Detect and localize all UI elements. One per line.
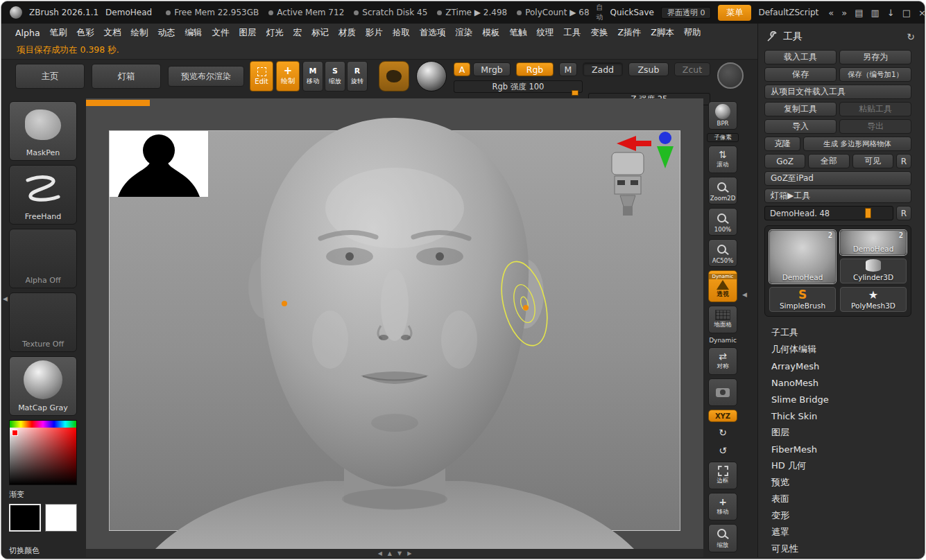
- menu-item[interactable]: 标记: [307, 25, 333, 41]
- saturation-value-square[interactable]: [10, 428, 76, 484]
- subpalette-header[interactable]: NanoMesh: [764, 374, 911, 391]
- subpalette-header[interactable]: Slime Bridge: [764, 391, 911, 408]
- menu-item[interactable]: 图层: [235, 25, 261, 41]
- bpr-render-button[interactable]: BPR: [708, 101, 737, 130]
- airbrush-toggle[interactable]: A: [454, 62, 470, 76]
- subpalette-header[interactable]: FiberMesh: [764, 441, 911, 457]
- simplebrush-thumb[interactable]: S SimpleBrush: [769, 287, 836, 312]
- zcut-toggle[interactable]: Zcut: [674, 62, 710, 76]
- menu-item[interactable]: Z脚本: [646, 25, 678, 41]
- menu-item[interactable]: 帮助: [680, 25, 705, 41]
- sculpt-canvas[interactable]: [86, 98, 703, 549]
- subpalette-header[interactable]: HD 几何: [764, 457, 911, 474]
- menu-item[interactable]: Alpha: [11, 26, 44, 40]
- color-picker[interactable]: [9, 420, 77, 485]
- scroll-left-icon[interactable]: ◀: [378, 550, 382, 557]
- import-button[interactable]: 导入: [764, 119, 837, 134]
- rgb-intensity-handle[interactable]: [572, 90, 578, 96]
- menu-item[interactable]: Z插件: [614, 25, 646, 41]
- active-tool-slider[interactable]: DemoHead. 48: [764, 206, 893, 220]
- menu-item[interactable]: 文档: [100, 25, 126, 41]
- scroll-right-icon[interactable]: ▶: [407, 550, 411, 557]
- current-texture-thumb[interactable]: Texture Off: [9, 292, 77, 352]
- xyz-rotation-button[interactable]: XYZ: [708, 410, 737, 422]
- paste-tool-button[interactable]: 粘贴工具: [839, 102, 911, 116]
- ui-next-icon[interactable]: »: [841, 8, 847, 18]
- goz-button[interactable]: GoZ: [764, 154, 805, 168]
- subpalette-header[interactable]: 可见性: [764, 541, 911, 557]
- load-from-project-button[interactable]: 从项目文件载入工具: [764, 85, 911, 99]
- menu-item[interactable]: 工具: [560, 25, 585, 41]
- main-color-swatch[interactable]: [9, 504, 41, 532]
- menu-item[interactable]: 编辑: [181, 25, 207, 41]
- current-alpha-thumb[interactable]: Alpha Off: [9, 229, 77, 288]
- rotate-mode-button[interactable]: R 旋转: [347, 61, 368, 91]
- switch-color-button[interactable]: 切换颜色: [9, 545, 77, 556]
- menu-item[interactable]: 首选项: [415, 25, 450, 41]
- zoom2d-button[interactable]: Zoom2D: [708, 177, 737, 204]
- ui-opacity-slider[interactable]: 界面透明 0: [661, 7, 712, 19]
- active-tool-thumb[interactable]: 2 DemoHead: [769, 230, 836, 283]
- copy-tool-button[interactable]: 复制工具: [764, 102, 837, 116]
- aahalf-button[interactable]: AC50%: [708, 239, 737, 267]
- menu-item[interactable]: 纹理: [533, 25, 558, 41]
- goz-visible-button[interactable]: 可见: [852, 154, 893, 168]
- menu-item[interactable]: 材质: [334, 25, 360, 41]
- minimize-icon[interactable]: ↓: [887, 8, 895, 18]
- subpalette-header[interactable]: 变形: [764, 507, 911, 524]
- subpalette-header[interactable]: 图层: [764, 424, 911, 441]
- hue-strip[interactable]: [10, 421, 76, 428]
- current-material-button[interactable]: [416, 61, 447, 91]
- scroll-down-icon[interactable]: ▼: [397, 550, 402, 557]
- subpalette-header[interactable]: 遮罩: [764, 524, 911, 541]
- current-brush-thumb[interactable]: MaskPen: [9, 101, 77, 161]
- stroke-preview-button[interactable]: [717, 62, 744, 89]
- subpalette-header[interactable]: ArrayMesh: [764, 358, 911, 374]
- rgb-toggle[interactable]: Rgb: [516, 62, 554, 76]
- save-button[interactable]: 保存: [764, 67, 837, 82]
- menu-item[interactable]: 影片: [361, 25, 387, 41]
- menu-item[interactable]: 色彩: [73, 25, 98, 41]
- menu-button[interactable]: 菜单: [718, 5, 751, 21]
- right-divider-arrow[interactable]: ◀: [742, 291, 747, 298]
- fast-preview-button[interactable]: [708, 378, 737, 406]
- move-canvas-button[interactable]: + 移动: [708, 493, 737, 520]
- polymesh3d-thumb[interactable]: ★ PolyMesh3D: [840, 287, 907, 312]
- goz-ipad-button[interactable]: GoZ至iPad: [764, 171, 911, 186]
- home-button[interactable]: 主页: [15, 64, 85, 89]
- subpalette-header[interactable]: 子工具: [764, 324, 911, 341]
- close-icon[interactable]: ×: [918, 8, 925, 18]
- menu-item[interactable]: 渲染: [452, 25, 477, 41]
- menu-item[interactable]: 笔触: [506, 25, 531, 41]
- edit-mode-button[interactable]: Edit: [250, 61, 273, 91]
- subpalette-header[interactable]: 几何体编辑: [764, 341, 911, 358]
- local-symmetry-button[interactable]: ⇄ 对称: [708, 347, 737, 375]
- maximize-icon[interactable]: □: [902, 8, 911, 18]
- menu-item[interactable]: 宏: [289, 25, 307, 41]
- load-tool-button[interactable]: 载入工具: [764, 50, 837, 64]
- secondary-color-swatch[interactable]: [45, 504, 77, 532]
- lightbox-button[interactable]: 灯箱: [92, 64, 161, 89]
- spix-slider[interactable]: 子像素: [707, 133, 739, 142]
- goz-all-button[interactable]: 全部: [808, 154, 849, 168]
- clone-button[interactable]: 克隆: [764, 137, 800, 151]
- subpalette-header[interactable]: Thick Skin: [764, 408, 911, 424]
- rotate-cw-button[interactable]: ↻: [708, 426, 737, 440]
- menu-item[interactable]: 变换: [587, 25, 612, 41]
- preview-boolean-button[interactable]: 预览布尔渲染: [168, 66, 244, 87]
- menu-item[interactable]: 模板: [479, 25, 504, 41]
- scale-mode-button[interactable]: S 缩放: [325, 61, 345, 91]
- frame-button[interactable]: 边框: [708, 462, 737, 489]
- draw-mode-button[interactable]: + 绘制: [276, 61, 300, 91]
- cylinder3d-thumb[interactable]: Cylinder3D: [840, 259, 907, 283]
- left-tray-toggle-icon[interactable]: ▤: [855, 8, 863, 18]
- current-material-thumb[interactable]: MatCap Gray: [9, 356, 77, 416]
- subpalette-header[interactable]: 表面: [764, 491, 911, 507]
- quicksave-button[interactable]: QuickSave: [610, 8, 654, 17]
- save-numbered-button[interactable]: 保存（编号加1）: [839, 67, 911, 82]
- perspective-button[interactable]: Dynamic 透视: [708, 270, 737, 302]
- menu-item[interactable]: 绘制: [127, 25, 153, 41]
- scroll-button[interactable]: ⇅ 滚动: [708, 146, 737, 173]
- floor-grid-button[interactable]: 地面格: [708, 306, 737, 333]
- menu-item[interactable]: 文件: [208, 25, 234, 41]
